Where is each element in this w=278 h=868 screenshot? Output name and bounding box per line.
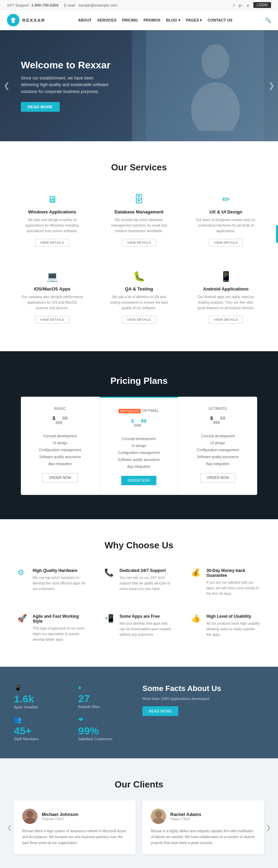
plan-name-ultimate: ULTIMATE (185, 406, 250, 411)
why-desc-hardware: We use top-notch hardware to develop the… (33, 575, 87, 592)
top-bar-left: 24/7 Support 1-800-700-6200 E-mail: samp… (7, 3, 117, 7)
service-name-android: Android Applications (195, 286, 257, 292)
why-title-money-back: 30-Day Money-back Guarantee (206, 568, 261, 578)
navbar: REXXAR ABOUT SERVICES PRICING PROMOS BLO… (0, 10, 278, 30)
svg-point-2 (26, 811, 33, 818)
hero-title: Welcome to Rexxar (21, 60, 111, 71)
customers-icon: ❤ (78, 716, 136, 724)
facts-desc: More than 1000 applications developed (142, 697, 264, 701)
plan-name-basic: BASIC (28, 406, 92, 411)
why-section: Why Choose Us ⚙ High Quality Hardware We… (0, 519, 278, 667)
ios-icon: 💻 (21, 271, 83, 282)
service-btn-android[interactable]: VIEW DETAILS (209, 316, 243, 323)
email-label: E-mail: sample@example.com (64, 3, 117, 7)
why-grid: ⚙ High Quality Hardware We use top-notch… (14, 565, 264, 646)
plan-price-optimal: $59999 (107, 415, 171, 430)
why-title: Why Choose Us (14, 540, 264, 551)
pinterest-icon[interactable]: p (247, 3, 249, 7)
fact-label-apps: Apps Installed (14, 705, 71, 709)
why-desc-free-apps: We also develop free apps that can be do… (120, 621, 174, 638)
service-card-android: 📱 Android Applications Our Android apps … (188, 264, 264, 330)
why-title-hardware: High Quality Hardware (33, 568, 87, 573)
testimonials-grid: Michael Johnson Regular Client Rexxar of… (14, 800, 264, 854)
hero-prev-arrow[interactable]: ❮ (3, 81, 10, 90)
client-name-rachel: Rachel Adams (170, 812, 201, 817)
support-icon: 📞 (104, 568, 115, 577)
plan-price-ultimate: $99999 (185, 413, 250, 427)
qa-icon: 🐛 (108, 271, 170, 282)
hero-cta-button[interactable]: READ MORE (21, 102, 60, 112)
services-title: Our Services (14, 162, 264, 173)
plan-features-ultimate: Concept development UI design Configurat… (185, 433, 250, 467)
hero-content: Welcome to Rexxar Since our establishmen… (0, 60, 132, 112)
service-desc-ios: Our company also designs performance app… (21, 294, 83, 311)
service-card-windows: 🖥 Windows Applications We plan and desig… (14, 187, 90, 253)
service-name-windows: Windows Applications (21, 209, 83, 214)
nav-services[interactable]: SERVICES (97, 18, 116, 23)
accent-bar (276, 225, 278, 243)
service-desc-android: Our Android apps are highly rated by lea… (195, 294, 257, 311)
service-name-qa: QA & Testing (108, 286, 170, 292)
pricing-card-optimal: BESTSELLER OPTIMAL $59999 Concept develo… (100, 397, 179, 495)
service-name-database: Database Management (108, 209, 170, 214)
service-name-ios: iOS/MacOS Apps (21, 286, 83, 292)
facts-title: Some Facts About Us (142, 684, 264, 693)
why-item-usability: 👍 High Level of Usability All our produc… (188, 610, 264, 646)
testimonials-prev-arrow[interactable]: ❮ (7, 824, 12, 831)
top-bar-right: f g+ p LOGIN (233, 2, 271, 8)
why-desc-usability: All our products have high usability all… (206, 621, 261, 638)
fact-label-awards: Awards Won (78, 705, 136, 709)
testimonial-card-rachel: Rachel Adams Happy Client Rexxar is a hi… (142, 800, 264, 854)
service-btn-ios[interactable]: VIEW DETAILS (35, 316, 69, 323)
nav-menu: ABOUT SERVICES PRICING PROMOS BLOG ▾ PAG… (78, 18, 232, 23)
service-btn-ux[interactable]: VIEW DETAILS (209, 239, 243, 246)
money-back-icon: 💰 (191, 568, 202, 577)
login-button[interactable]: LOGIN (253, 2, 271, 8)
logo-icon (7, 14, 19, 26)
facts-section: 📱 1.6k Apps Installed ♦ 27 Awards Won 👥 … (0, 667, 278, 758)
testimonial-text-michael: Rexxar offers a high system of assurance… (22, 828, 127, 846)
logo[interactable]: REXXAR (7, 14, 45, 26)
hardware-icon: ⚙ (17, 568, 28, 577)
service-btn-qa[interactable]: VIEW DETAILS (122, 316, 156, 323)
nav-blog[interactable]: BLOG ▾ (166, 18, 180, 23)
order-btn-ultimate[interactable]: ORDER NOW (200, 473, 235, 482)
nav-contact[interactable]: CONTACT US (207, 18, 232, 23)
phone-number[interactable]: 1-800-700-6200 (31, 3, 58, 7)
search-icon[interactable]: 🔍 (265, 17, 271, 23)
pricing-section: Pricing Plans BASIC $39999 Concept devel… (0, 351, 278, 519)
fact-number-staff: 45+ (14, 725, 71, 737)
order-btn-basic[interactable]: ORDER NOW (42, 473, 77, 482)
database-icon: 🗄 (108, 194, 170, 205)
clients-title: Our Clients (14, 779, 264, 790)
service-btn-database[interactable]: VIEW DETAILS (122, 239, 156, 246)
windows-icon: 🖥 (21, 194, 83, 205)
facebook-icon[interactable]: f (233, 3, 234, 7)
pricing-title: Pricing Plans (14, 376, 264, 386)
hero-next-arrow[interactable]: ❯ (268, 81, 275, 90)
pricing-card-basic: BASIC $39999 Concept development UI desi… (21, 397, 100, 495)
facts-cta-button[interactable]: READ MORE (142, 706, 178, 716)
service-card-ux: ✏ UX & UI Design Our team of designers c… (188, 187, 264, 253)
top-bar: 24/7 Support 1-800-700-6200 E-mail: samp… (0, 0, 278, 10)
service-btn-windows[interactable]: VIEW DETAILS (35, 239, 69, 246)
fact-awards: ♦ 27 Awards Won (78, 684, 136, 709)
why-title-agile: Agile and Fast Working Style (33, 614, 87, 624)
nav-pages[interactable]: PAGES ▾ (186, 18, 202, 23)
googleplus-icon[interactable]: g+ (238, 3, 243, 7)
service-desc-windows: We plan and design a variety of applicat… (21, 217, 83, 234)
nav-promos[interactable]: PROMOS (144, 18, 161, 23)
services-section: Our Services 🖥 Windows Applications We p… (0, 141, 278, 351)
nav-about[interactable]: ABOUT (78, 18, 91, 23)
testimonials-next-arrow[interactable]: ❯ (266, 824, 271, 831)
svg-point-5 (153, 818, 164, 824)
pricing-cards: BASIC $39999 Concept development UI desi… (21, 397, 257, 495)
order-btn-optimal[interactable]: ORDER NOW (121, 476, 156, 485)
nav-pricing[interactable]: PRICING (122, 18, 138, 23)
why-desc-agile: This type of approach to our work helps … (33, 626, 87, 642)
hero-section: Welcome to Rexxar Since our establishmen… (0, 30, 278, 141)
usability-icon: 👍 (191, 614, 202, 623)
ux-icon: ✏ (195, 194, 257, 205)
avatar-rachel (151, 809, 166, 824)
why-item-agile: 🚀 Agile and Fast Working Style This type… (14, 610, 90, 646)
